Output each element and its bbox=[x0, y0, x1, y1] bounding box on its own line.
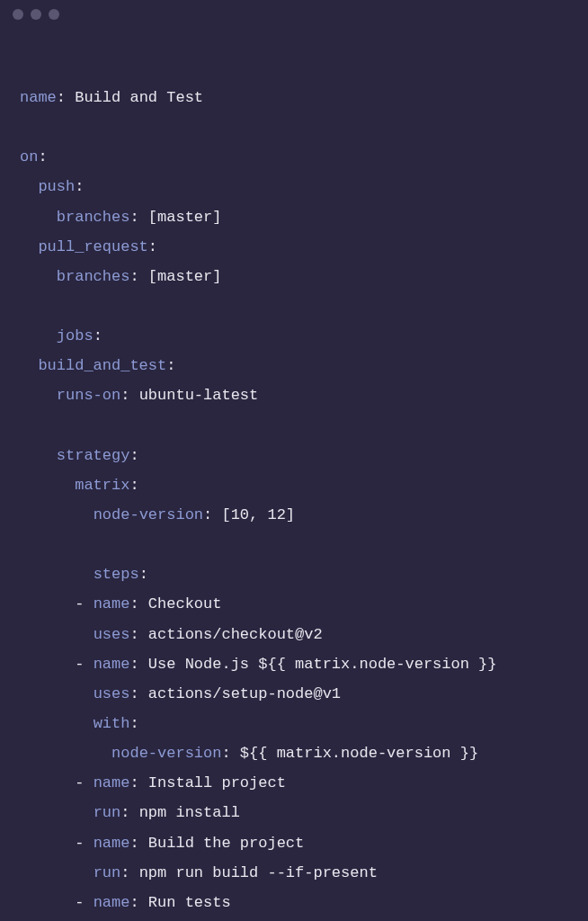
code-line: run: npm test bbox=[20, 917, 570, 921]
code-line: push: bbox=[20, 172, 570, 201]
code-line: run: npm run build --if-present bbox=[20, 858, 570, 888]
code-line: uses: actions/checkout@v2 bbox=[20, 620, 570, 649]
code-token bbox=[20, 715, 94, 732]
code-token: node-version bbox=[94, 506, 203, 523]
code-token bbox=[20, 566, 94, 583]
code-token: name bbox=[94, 774, 130, 791]
code-token bbox=[20, 387, 57, 404]
code-line: branches: [master] bbox=[20, 202, 570, 232]
code-token: : bbox=[94, 327, 102, 344]
code-token: name bbox=[20, 89, 57, 106]
code-token: : [10, 12] bbox=[203, 506, 295, 523]
code-token: : bbox=[129, 715, 138, 732]
code-token: : bbox=[148, 238, 157, 255]
code-token: Build and Test bbox=[75, 89, 203, 106]
code-line: with: bbox=[20, 709, 570, 738]
window-minimize-icon[interactable] bbox=[31, 9, 41, 20]
code-token: push bbox=[38, 178, 75, 195]
code-line: - name: Checkout bbox=[20, 589, 570, 619]
code-token: build_and_test bbox=[38, 357, 166, 374]
code-token: with bbox=[94, 715, 130, 732]
code-token: : actions/setup-node@v1 bbox=[129, 685, 341, 702]
code-line: matrix: bbox=[20, 470, 570, 500]
code-line: - name: Build the project bbox=[20, 828, 570, 858]
code-token: name bbox=[94, 595, 130, 613]
code-token bbox=[20, 238, 38, 255]
code-token: name bbox=[94, 894, 130, 911]
code-token bbox=[20, 506, 94, 523]
code-line: runs-on: ubuntu-latest bbox=[20, 380, 570, 410]
code-token: uses bbox=[94, 626, 130, 643]
code-token bbox=[20, 268, 57, 285]
code-token bbox=[20, 626, 94, 643]
code-token bbox=[20, 477, 75, 494]
code-token: : bbox=[57, 89, 75, 106]
window-close-icon[interactable] bbox=[13, 9, 23, 20]
code-token bbox=[20, 804, 94, 821]
code-token: branches bbox=[57, 209, 130, 226]
code-token bbox=[20, 178, 38, 195]
code-line: run: npm install bbox=[20, 798, 570, 827]
code-token: uses bbox=[94, 685, 130, 702]
code-token: : ${{ matrix.node-version }} bbox=[221, 745, 478, 762]
code-line: - name: Use Node.js ${{ matrix.node-vers… bbox=[20, 649, 570, 679]
code-line: name: Build and Test bbox=[20, 83, 570, 112]
code-token bbox=[20, 327, 57, 344]
code-token: runs-on bbox=[57, 387, 120, 404]
code-token: strategy bbox=[57, 447, 130, 464]
code-token: : ubuntu-latest bbox=[120, 387, 258, 404]
code-token: pull_request bbox=[38, 238, 147, 255]
code-token bbox=[20, 685, 94, 702]
window-titlebar bbox=[0, 0, 588, 29]
code-token: : actions/checkout@v2 bbox=[129, 626, 322, 643]
code-token: - bbox=[20, 894, 94, 911]
code-line bbox=[20, 530, 570, 559]
window-maximize-icon[interactable] bbox=[49, 9, 59, 20]
code-token: run bbox=[94, 864, 121, 881]
code-line: jobs: bbox=[20, 321, 570, 351]
code-line: node-version: [10, 12] bbox=[20, 500, 570, 530]
code-token: node-version bbox=[111, 745, 221, 762]
code-token bbox=[20, 745, 111, 762]
code-token: : bbox=[129, 477, 138, 494]
code-token: name bbox=[94, 835, 130, 852]
code-line: branches: [master] bbox=[20, 262, 570, 291]
code-editor[interactable]: name: Build and Test on: push: branches:… bbox=[0, 29, 588, 921]
editor-window: name: Build and Test on: push: branches:… bbox=[0, 0, 588, 921]
code-line: build_and_test: bbox=[20, 351, 570, 380]
code-token bbox=[20, 209, 57, 226]
code-token bbox=[20, 864, 94, 881]
code-token: on bbox=[20, 148, 38, 165]
code-token: : npm install bbox=[120, 804, 240, 821]
code-line: pull_request: bbox=[20, 232, 570, 262]
code-token: : Install project bbox=[129, 774, 285, 791]
code-token: - bbox=[20, 595, 94, 613]
code-token bbox=[20, 447, 57, 464]
code-line: - name: Install project bbox=[20, 768, 570, 798]
code-token: : [master] bbox=[129, 268, 221, 285]
code-token: matrix bbox=[75, 477, 129, 494]
code-token: : bbox=[129, 447, 138, 464]
code-token: jobs bbox=[57, 327, 94, 344]
code-token: : bbox=[139, 566, 148, 583]
code-line bbox=[20, 411, 570, 441]
code-token: branches bbox=[57, 268, 130, 285]
code-token: : bbox=[75, 178, 84, 195]
code-line bbox=[20, 291, 570, 321]
code-token: run bbox=[94, 804, 121, 821]
code-token: : Use Node.js ${{ matrix.node-version }} bbox=[129, 656, 496, 673]
code-token: : Build the project bbox=[129, 835, 304, 852]
code-token bbox=[20, 357, 38, 374]
code-token: : [master] bbox=[129, 209, 221, 226]
code-token: - bbox=[20, 656, 94, 673]
code-token: name bbox=[94, 656, 130, 673]
code-line: node-version: ${{ matrix.node-version }} bbox=[20, 738, 570, 768]
code-token: - bbox=[20, 774, 94, 791]
code-token: : Checkout bbox=[129, 595, 221, 613]
code-line: - name: Run tests bbox=[20, 888, 570, 917]
code-token: : npm run build --if-present bbox=[120, 864, 378, 881]
code-line: strategy: bbox=[20, 441, 570, 470]
code-line: uses: actions/setup-node@v1 bbox=[20, 679, 570, 709]
code-token: : bbox=[38, 148, 47, 165]
code-line: on: bbox=[20, 142, 570, 172]
